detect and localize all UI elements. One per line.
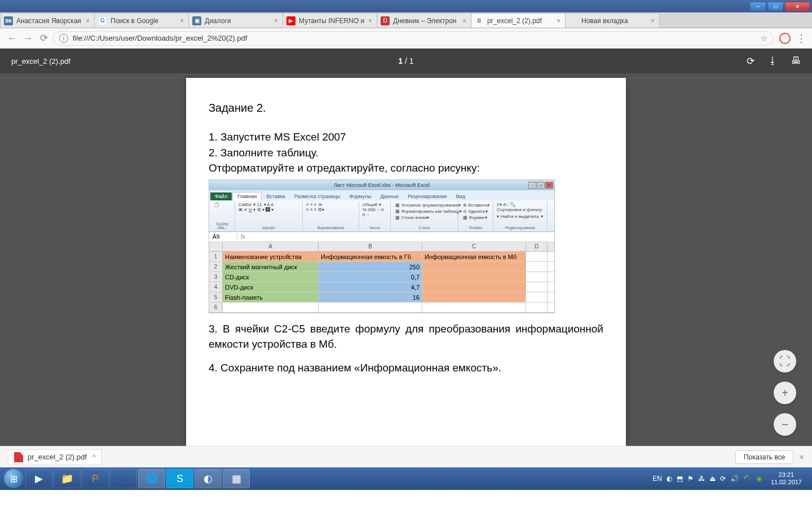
excel-ribbon-tabs: Файл Главная Вставка Разметка страницы Ф…: [209, 190, 554, 200]
tab-dialogs[interactable]: ▣Диалоги×: [188, 13, 283, 28]
zoom-out-button[interactable]: −: [774, 413, 796, 436]
taskbar-powerpoint[interactable]: P: [82, 469, 109, 488]
tray-action-icon[interactable]: ⬒: [677, 475, 683, 483]
step-2b: Отформатируйте и отредактируйте, согласн…: [209, 160, 603, 176]
download-chip[interactable]: pr_excel_2 (2).pdf ^: [8, 449, 102, 465]
download-icon[interactable]: ⭳: [768, 55, 778, 67]
close-icon[interactable]: ×: [555, 17, 562, 25]
url-input[interactable]: i file:///C:/Users/user/Downloads/pr_exc…: [53, 31, 774, 46]
taskbar-chrome[interactable]: 🌐: [138, 469, 165, 488]
excel-max-icon: ▭: [537, 182, 545, 189]
excel-grid: ABCD 1Наименование устройстваИнформацион…: [209, 242, 554, 313]
close-icon[interactable]: ×: [367, 17, 373, 25]
taskbar-word[interactable]: W: [110, 469, 137, 488]
vk-icon: вк: [4, 16, 13, 25]
reload-button[interactable]: ⟳: [37, 32, 51, 45]
tab-diary[interactable]: DДневник – Электрон×: [377, 13, 471, 28]
excel-screenshot: Лист Microsoft Excel.xlsx - Microsoft Ex…: [209, 179, 555, 313]
bookmark-icon[interactable]: ☆: [760, 33, 767, 43]
window-titlebar: ─ ▭ ✕: [0, 0, 812, 12]
step-1: 1. Запустите MS Excel 2007: [209, 129, 603, 145]
window-close-button[interactable]: ✕: [785, 2, 810, 11]
task-title: Задание 2.: [209, 102, 603, 115]
start-button[interactable]: ⊞: [2, 467, 25, 490]
lang-indicator[interactable]: EN: [652, 475, 662, 483]
tray-nvidia-icon[interactable]: ◉: [756, 475, 762, 483]
taskbar-explorer[interactable]: 📁: [54, 469, 81, 488]
tray-sync-icon[interactable]: ⟳: [720, 475, 726, 483]
print-icon[interactable]: 🖶: [791, 55, 801, 67]
close-icon[interactable]: ×: [799, 452, 804, 462]
site-info-icon[interactable]: i: [59, 34, 68, 43]
tray-volume-icon[interactable]: 🔊: [730, 475, 739, 483]
file-icon: 🗎: [475, 16, 484, 25]
excel-min-icon: –: [528, 182, 536, 189]
excel-close-icon: ×: [545, 182, 553, 189]
tab-google[interactable]: GПоиск в Google×: [94, 13, 189, 28]
system-tray: EN ◐ ⬒ ⚑ 🖧 ⏏ ⟳ 🔊 🔌 ◉ 23:2111.02.2017: [652, 471, 810, 486]
url-text: file:///C:/Users/user/Downloads/pr_excel…: [73, 34, 247, 42]
google-icon: G: [98, 16, 107, 25]
pdf-icon: [14, 452, 23, 462]
pdf-toolbar: pr_excel_2 (2).pdf 1 / 1 ⟳ ⭳ 🖶: [0, 49, 812, 73]
close-icon[interactable]: ×: [179, 17, 185, 25]
tray-flag-icon[interactable]: ⚑: [687, 475, 694, 483]
step-4: 4. Сохраните под названием «Информационн…: [209, 360, 603, 376]
close-icon[interactable]: ×: [273, 17, 279, 25]
tray-power-icon[interactable]: 🔌: [743, 475, 752, 483]
pdf-fab-group: ⛶ + −: [774, 350, 796, 436]
close-icon[interactable]: ×: [650, 17, 656, 25]
back-button[interactable]: ←: [6, 32, 19, 45]
download-shelf: pr_excel_2 (2).pdf ^ Показать все ×: [0, 446, 812, 467]
taskbar-app[interactable]: ▦: [223, 469, 250, 488]
tab-youtube[interactable]: ▶Мутанты INFERNO и×: [283, 13, 377, 28]
tray-network-icon[interactable]: 🖧: [698, 475, 705, 483]
tab-pdf[interactable]: 🗎pr_excel_2 (2).pdf×: [471, 13, 566, 28]
rotate-icon[interactable]: ⟳: [747, 55, 754, 67]
youtube-icon: ▶: [286, 16, 295, 25]
zoom-in-button[interactable]: +: [774, 382, 796, 404]
taskbar-mediaplayer[interactable]: ▶: [25, 469, 52, 488]
excel-formula-bar: A9fx: [209, 232, 554, 242]
dialog-icon: ▣: [192, 16, 201, 25]
tab-new[interactable]: Новая вкладка×: [565, 13, 660, 28]
opera-icon[interactable]: [779, 33, 791, 44]
clock[interactable]: 23:2111.02.2017: [766, 471, 806, 486]
close-icon[interactable]: ×: [461, 17, 467, 25]
close-icon[interactable]: ×: [85, 17, 91, 25]
address-bar: ← → ⟳ i file:///C:/Users/user/Downloads/…: [0, 28, 812, 49]
forward-button[interactable]: →: [21, 32, 35, 45]
taskbar-steam[interactable]: ◐: [195, 469, 222, 488]
window-minimize-button[interactable]: ─: [750, 2, 766, 11]
taskbar: ⊞ ▶ 📁 P W 🌐 S ◐ ▦ EN ◐ ⬒ ⚑ 🖧 ⏏ ⟳ 🔊 🔌 ◉ 2…: [0, 467, 812, 490]
menu-button[interactable]: ⋮: [796, 32, 806, 45]
pdf-viewer[interactable]: Задание 2. 1. Запустите MS Excel 2007 2.…: [0, 73, 812, 446]
chevron-up-icon[interactable]: ^: [92, 453, 96, 461]
pdf-page: Задание 2. 1. Запустите MS Excel 2007 2.…: [186, 78, 626, 446]
blank-icon: [569, 16, 578, 25]
fit-page-button[interactable]: ⛶: [774, 350, 796, 373]
window-maximize-button[interactable]: ▭: [767, 2, 783, 11]
tab-vk[interactable]: вкАнастасия Яворская×: [0, 13, 95, 28]
step-2: 2. Заполните таблицу.: [209, 145, 603, 161]
diary-icon: D: [381, 16, 390, 25]
step-3: 3. В ячейки С2-С5 введите формулу для пр…: [209, 321, 603, 352]
excel-titlebar: Лист Microsoft Excel.xlsx - Microsoft Ex…: [209, 180, 554, 190]
tray-steam-icon[interactable]: ◐: [667, 475, 672, 483]
excel-ribbon: 📋Буфер обм... Calibri ▾ 11 ▾ A AЖ К Ч ▾ …: [209, 200, 554, 232]
pdf-filename: pr_excel_2 (2).pdf: [11, 57, 70, 65]
show-all-button[interactable]: Показать все: [735, 450, 793, 464]
windows-icon: ⊞: [4, 469, 23, 488]
taskbar-skype[interactable]: S: [166, 469, 193, 488]
browser-tabstrip: вкАнастасия Яворская× GПоиск в Google× ▣…: [0, 12, 812, 28]
page-indicator: 1 / 1: [398, 56, 413, 65]
tray-removable-icon[interactable]: ⏏: [709, 475, 716, 483]
